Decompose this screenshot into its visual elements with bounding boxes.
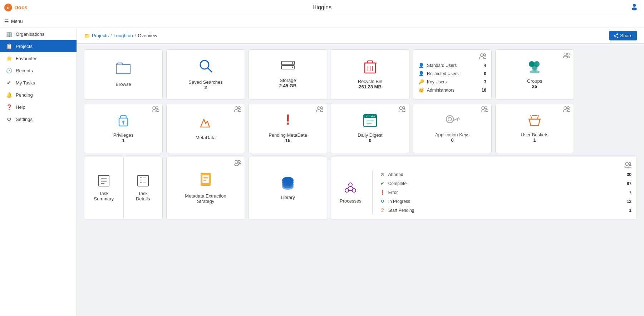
admin-user-count: 18 bbox=[482, 88, 486, 93]
key-user-count: 3 bbox=[484, 79, 486, 84]
page-title: Higgins bbox=[313, 4, 331, 11]
library-label: Library bbox=[281, 195, 295, 200]
svg-point-22 bbox=[480, 57, 484, 59]
svg-point-52 bbox=[403, 107, 405, 109]
svg-point-40 bbox=[235, 107, 238, 110]
pending-metadata-icon: ! bbox=[285, 113, 290, 129]
pending-metadata-label: Pending MetaData bbox=[269, 132, 307, 138]
logo[interactable]: D Docs bbox=[4, 4, 28, 11]
svg-point-21 bbox=[480, 54, 483, 57]
user-icon[interactable] bbox=[630, 3, 638, 12]
card-metadata-extraction[interactable]: Metadata ExtractionStrategy bbox=[166, 157, 245, 219]
breadcrumb-projects-link[interactable]: Projects bbox=[92, 33, 109, 38]
process-row-inprogress: ↻ In Progress 12 bbox=[380, 198, 631, 205]
svg-point-26 bbox=[563, 56, 567, 58]
svg-point-23 bbox=[483, 54, 486, 56]
sidebar-label-help: Help bbox=[16, 104, 25, 110]
restricted-user-label: Restricted Users bbox=[427, 71, 481, 76]
card-privileges[interactable]: Privileges 1 bbox=[84, 103, 163, 153]
svg-point-47 bbox=[320, 107, 323, 109]
card-browse[interactable]: Browse bbox=[84, 49, 163, 99]
svg-point-2 bbox=[633, 4, 636, 7]
svg-point-6 bbox=[614, 35, 615, 37]
sidebar-item-my-tasks[interactable]: ✔ My Tasks bbox=[0, 77, 77, 89]
saved-searches-icon bbox=[199, 59, 212, 76]
main-layout: 🏢 Organisations 📋 Projects ⭐ Favourites … bbox=[0, 28, 644, 316]
svg-point-69 bbox=[564, 107, 567, 110]
svg-point-63 bbox=[485, 110, 488, 112]
card-groups[interactable]: Groups 25 bbox=[495, 49, 574, 99]
processes-admin-icon bbox=[624, 162, 631, 168]
card-pending-metadata[interactable]: ! Pending MetaData 15 bbox=[249, 103, 327, 153]
svg-point-32 bbox=[530, 70, 540, 73]
task-details-icon bbox=[137, 175, 149, 188]
svg-point-105 bbox=[352, 189, 356, 192]
svg-point-24 bbox=[484, 57, 486, 59]
svg-rect-73 bbox=[98, 175, 109, 186]
svg-text:!: ! bbox=[285, 113, 290, 127]
card-storage[interactable]: Storage 2.45 GB bbox=[249, 49, 327, 99]
card-task-details[interactable]: Task Details bbox=[124, 157, 163, 219]
card-task-summary[interactable]: Task Summary bbox=[84, 157, 124, 219]
menubar: ☰ Menu bbox=[0, 15, 644, 28]
svg-point-31 bbox=[532, 65, 537, 71]
settings-icon: ⚙ bbox=[6, 116, 12, 122]
card-metadata[interactable]: MetaData bbox=[166, 103, 245, 153]
sidebar-item-recents[interactable]: 🕐 Recents bbox=[0, 64, 77, 77]
standard-user-count: 4 bbox=[484, 63, 486, 68]
daily-digest-label: Daily Digest bbox=[358, 132, 382, 138]
privileges-icon bbox=[117, 113, 130, 129]
sidebar-label-projects: Projects bbox=[16, 44, 33, 49]
recycle-bin-icon bbox=[364, 59, 377, 75]
sidebar-item-help[interactable]: ❓ Help bbox=[0, 101, 77, 113]
breadcrumb-loughton-link[interactable]: Loughton bbox=[114, 33, 133, 38]
svg-point-14 bbox=[292, 67, 293, 68]
card-user-baskets[interactable]: User Baskets 1 bbox=[495, 103, 574, 153]
card-library[interactable]: Library bbox=[249, 157, 327, 219]
card-users[interactable]: 👤 Standard Users 4 👤 Restricted Users 0 … bbox=[413, 49, 492, 99]
card-recycle-bin[interactable]: Recycle Bin 261.28 MB bbox=[331, 49, 409, 99]
process-row-start-pending: ⏱ Start Pending 1 bbox=[380, 206, 631, 214]
breadcrumb-bar: 📁 Projects / Loughton / Overview Share bbox=[77, 28, 644, 44]
sidebar-item-favourites[interactable]: ⭐ Favourites bbox=[0, 52, 77, 64]
task-details-label: Task Details bbox=[136, 191, 150, 201]
inprogress-icon: ↻ bbox=[380, 199, 385, 204]
process-row-aborted: ⊘ Aborted 30 bbox=[380, 171, 631, 178]
standard-user-label: Standard Users bbox=[427, 63, 481, 68]
card-daily-digest[interactable]: Xxlsx Daily Digest 0 bbox=[331, 103, 409, 153]
browse-icon bbox=[116, 62, 131, 78]
sidebar-item-pending[interactable]: 🔔 Pending bbox=[0, 89, 77, 101]
sidebar-label-recents: Recents bbox=[16, 68, 33, 73]
share-button[interactable]: Share bbox=[609, 31, 637, 40]
admin-user-icon: 👑 bbox=[418, 87, 424, 93]
menu-button[interactable]: ☰ Menu bbox=[4, 19, 23, 24]
sidebar-item-settings[interactable]: ⚙ Settings bbox=[0, 113, 77, 125]
card-processes[interactable]: Processes ⊘ Aborted 30 ✔ bbox=[331, 157, 637, 219]
user-baskets-icon bbox=[528, 113, 541, 128]
process-row-error: ❗ Error 7 bbox=[380, 189, 631, 196]
recycle-bin-label: Recycle Bin bbox=[358, 79, 383, 84]
saved-searches-count: 2 bbox=[204, 85, 207, 90]
inprogress-count: 12 bbox=[627, 199, 631, 204]
svg-point-61 bbox=[481, 110, 485, 112]
processes-label: Processes bbox=[340, 198, 362, 204]
svg-point-41 bbox=[234, 110, 239, 112]
svg-point-98 bbox=[282, 184, 294, 190]
pending-icon: 🔔 bbox=[6, 92, 12, 98]
sidebar-item-projects[interactable]: 📋 Projects bbox=[0, 40, 77, 52]
svg-point-99 bbox=[625, 162, 628, 165]
card-tasks[interactable]: Task Summary Task Details bbox=[84, 157, 163, 219]
saved-searches-label: Saved Searches bbox=[188, 79, 222, 85]
svg-text:X: X bbox=[366, 115, 368, 118]
favourites-icon: ⭐ bbox=[6, 55, 12, 61]
complete-icon: ✔ bbox=[380, 181, 385, 186]
card-saved-searches[interactable]: Saved Searches 2 bbox=[166, 49, 245, 99]
application-keys-icon bbox=[445, 113, 460, 128]
svg-text:D: D bbox=[7, 6, 10, 10]
sidebar-item-organisations[interactable]: 🏢 Organisations bbox=[0, 28, 77, 40]
card-application-keys[interactable]: Application Keys 0 bbox=[413, 103, 492, 153]
start-pending-label: Start Pending bbox=[388, 208, 626, 213]
privileges-label: Privileges bbox=[113, 132, 133, 138]
breadcrumb: 📁 Projects / Loughton / Overview bbox=[84, 33, 157, 39]
main-content: 📁 Projects / Loughton / Overview Share bbox=[77, 28, 644, 316]
